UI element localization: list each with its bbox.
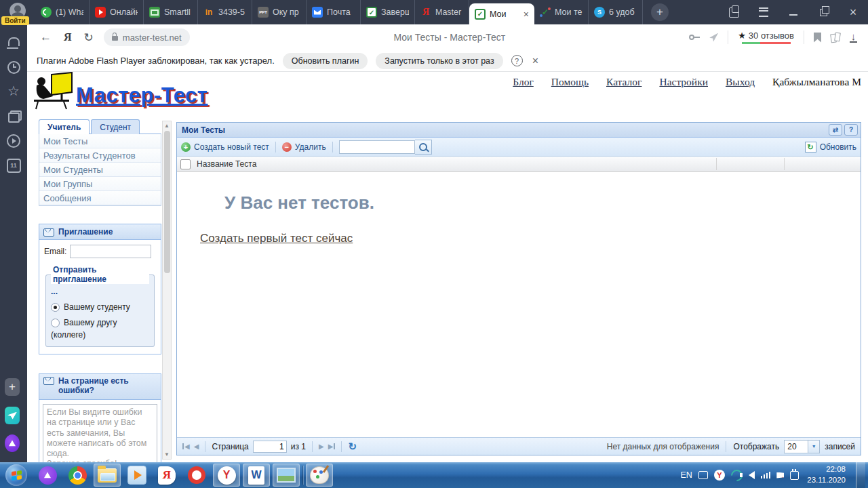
- first-page-button[interactable]: ◀: [182, 443, 190, 450]
- messenger-button[interactable]: [5, 408, 20, 423]
- notifications-button[interactable]: [6, 35, 21, 50]
- nav-settings-link[interactable]: Настройки: [659, 76, 708, 88]
- radio-selected-icon[interactable]: [51, 303, 60, 312]
- language-indicator[interactable]: EN: [680, 470, 692, 480]
- login-badge[interactable]: Войти: [1, 16, 29, 25]
- scroll-thumb[interactable]: [164, 131, 170, 273]
- site-reviews-button[interactable]: ★ 30 отзывов: [738, 30, 794, 44]
- refresh-page-icon[interactable]: ↻: [348, 441, 357, 453]
- browser-tab-mytests2[interactable]: ✓ Мои те: [534, 0, 589, 24]
- action-center-flag-icon[interactable]: [776, 472, 784, 479]
- scroll-up-icon[interactable]: ▲: [163, 123, 170, 129]
- update-plugin-button[interactable]: Обновить плагин: [283, 53, 368, 69]
- close-button[interactable]: ×: [838, 0, 868, 24]
- last-page-button[interactable]: ▶: [328, 443, 336, 450]
- browser-tab-active[interactable]: ✓ Мои ×: [469, 3, 534, 24]
- tray-yandex-icon[interactable]: Y: [714, 470, 725, 481]
- nav-help-link[interactable]: Помощь: [551, 76, 589, 88]
- collections-icon[interactable]: [831, 33, 840, 43]
- delete-button[interactable]: − Удалить: [282, 142, 326, 152]
- nav-logout-link[interactable]: Выход: [726, 76, 755, 88]
- menu-item-messages[interactable]: Сообщения: [39, 191, 161, 205]
- yandex-home-button[interactable]: Я: [64, 31, 72, 43]
- select-all-checkbox[interactable]: [180, 159, 191, 169]
- taskbar-yandex-browser[interactable]: Y: [213, 464, 240, 487]
- new-tab-button[interactable]: +: [651, 3, 669, 21]
- panel-help-icon[interactable]: ?: [844, 124, 858, 136]
- turbo-icon[interactable]: [709, 33, 718, 42]
- tray-expand-icon[interactable]: [698, 471, 708, 479]
- bookmarks-button[interactable]: ☆: [6, 83, 21, 98]
- radio-friend-row[interactable]: Вашему другу: [51, 318, 149, 327]
- taskbar-opera[interactable]: [183, 464, 210, 487]
- tab-student[interactable]: Студент: [91, 119, 140, 134]
- menu-item-my-groups[interactable]: Мои Группы: [39, 177, 161, 191]
- site-logo[interactable]: Мастер-Тест: [33, 72, 208, 110]
- taskbar-photo-viewer[interactable]: [273, 464, 300, 487]
- email-field[interactable]: [70, 245, 151, 258]
- player-button[interactable]: [6, 134, 21, 148]
- taskbar-yandex[interactable]: Я: [153, 464, 180, 487]
- search-input[interactable]: [339, 140, 415, 154]
- side-panel-button[interactable]: [719, 0, 749, 24]
- restore-button[interactable]: [808, 0, 838, 24]
- search-button[interactable]: [415, 140, 432, 155]
- tab-teacher[interactable]: Учитель: [39, 119, 90, 134]
- start-button[interactable]: [5, 464, 27, 486]
- minimize-button[interactable]: [778, 0, 808, 24]
- next-page-button[interactable]: ▶: [319, 443, 324, 450]
- radio-student-row[interactable]: Вашему студенту: [51, 302, 149, 312]
- taskbar-paint[interactable]: [306, 464, 333, 487]
- left-scrollbar[interactable]: ▲ ▼: [162, 121, 172, 460]
- panel-refresh-icon[interactable]: ⇄: [829, 124, 842, 136]
- run-once-button[interactable]: Запустить только в этот раз: [376, 53, 502, 69]
- page-number-input[interactable]: [253, 441, 287, 453]
- browser-tab-completed[interactable]: ✓ Заверш: [361, 0, 415, 24]
- close-icon[interactable]: ×: [532, 55, 538, 67]
- radio-icon[interactable]: [51, 319, 60, 327]
- bookmark-icon[interactable]: [814, 33, 821, 43]
- signal-icon[interactable]: [761, 472, 771, 479]
- browser-tab-whatsapp[interactable]: (1) Wha: [35, 0, 90, 24]
- browser-tab-skype[interactable]: S 6 удоб: [589, 0, 643, 24]
- taskbar-word[interactable]: W: [243, 464, 270, 487]
- taskbar-clock[interactable]: 22:08 23.11.2020: [807, 464, 846, 485]
- taskbar-media-player[interactable]: [123, 464, 151, 487]
- user-name[interactable]: Қабжылманатова М: [772, 76, 861, 88]
- password-manager-icon[interactable]: [689, 35, 700, 40]
- downloads-button[interactable]: ↓: [850, 32, 857, 43]
- browser-tab-mail[interactable]: Почта: [307, 0, 361, 24]
- browser-tab-bilimland[interactable]: in 3439-5: [198, 0, 252, 24]
- column-header[interactable]: Название Теста: [197, 159, 256, 169]
- help-icon[interactable]: ?: [511, 55, 523, 66]
- nav-blog-link[interactable]: Блог: [513, 76, 534, 88]
- tab-close-icon[interactable]: ×: [524, 9, 529, 20]
- show-desktop-button[interactable]: [856, 462, 865, 488]
- refresh-list-button[interactable]: ↻ Обновить: [805, 142, 856, 152]
- history-button[interactable]: [6, 60, 21, 75]
- eject-device-icon[interactable]: [790, 471, 799, 480]
- menu-item-my-tests[interactable]: Мои Тесты: [39, 134, 161, 148]
- volume-icon[interactable]: [749, 471, 755, 479]
- menu-item-my-students[interactable]: Мои Студенты: [39, 163, 161, 177]
- calendar-button[interactable]: 11: [6, 158, 21, 173]
- browser-menu-button[interactable]: [749, 0, 778, 24]
- create-test-button[interactable]: + Создать новый тест: [181, 142, 269, 152]
- prev-page-button[interactable]: ◀: [194, 443, 199, 450]
- browser-tab-youtube[interactable]: Онлайн: [90, 0, 144, 24]
- create-first-test-link[interactable]: Создать первый тест сейчас: [200, 232, 353, 245]
- add-service-button[interactable]: +: [5, 380, 20, 394]
- browser-tab-master[interactable]: Я Master: [415, 0, 469, 24]
- back-button[interactable]: ←: [40, 30, 52, 44]
- alice-button[interactable]: [5, 436, 20, 451]
- browser-tab-smartlle[interactable]: Smartll: [144, 0, 198, 24]
- refresh-button[interactable]: ↻: [84, 30, 94, 45]
- taskbar-chrome[interactable]: [64, 464, 91, 487]
- browser-tab-presentation[interactable]: PPT Оку пр: [252, 0, 307, 24]
- scroll-down-icon[interactable]: ▼: [163, 451, 170, 458]
- feed-button[interactable]: [6, 110, 21, 125]
- page-size-select[interactable]: 20 ▼: [784, 440, 820, 453]
- taskbar-explorer[interactable]: [94, 464, 121, 487]
- address-bar[interactable]: master-test.net: [104, 28, 190, 46]
- taskbar-alice[interactable]: [34, 464, 61, 487]
